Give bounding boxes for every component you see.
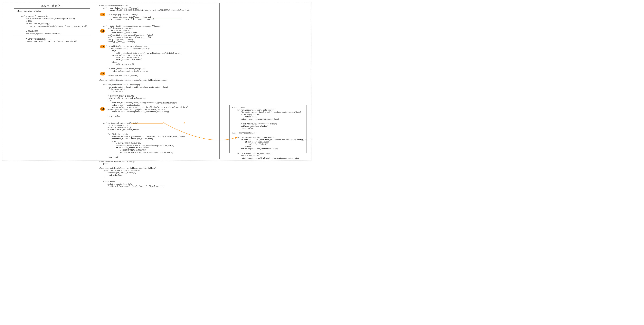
badge-3-1: 3.1 bbox=[100, 13, 105, 16]
code-box-serializers: class BaseSerializer(Field): def __new__… bbox=[96, 3, 220, 159]
underline-run-validation bbox=[132, 44, 182, 44]
code-box-userview: class UserView(APIView): def post(self, … bbox=[14, 9, 90, 36]
underline-new bbox=[120, 19, 181, 19]
section-title: 3.应用（序列化） bbox=[41, 4, 63, 8]
badge-3-5: 3.5 bbox=[100, 107, 105, 111]
badge-3-3: 3.3 bbox=[100, 45, 105, 49]
badge-3-2: 3.2 bbox=[100, 29, 105, 33]
underline-field-run-validation bbox=[131, 123, 163, 124]
diagram-container: 3.应用（序列化） class UserView(APIView): def p… bbox=[2, 2, 312, 161]
underline-validate-method bbox=[131, 128, 162, 128]
underline-to-internal-value bbox=[114, 80, 144, 80]
badge-3-4: 3.4 bbox=[100, 72, 105, 76]
code-box-field: class Field: def run_validation(self, da… bbox=[229, 105, 307, 153]
